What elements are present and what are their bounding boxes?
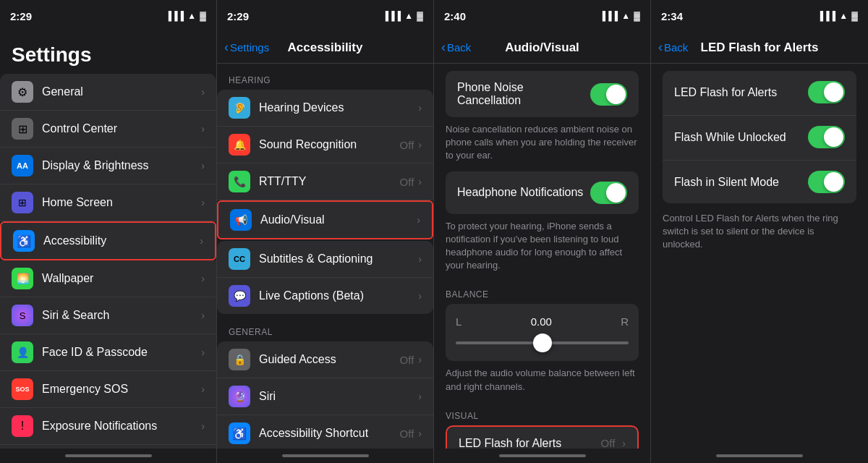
control-center-label: Control Center (42, 122, 201, 135)
home-screen-icon: ⊞ (12, 192, 33, 213)
accessibility-shortcut-row[interactable]: ♿ Accessibility Shortcut Off › (217, 415, 433, 449)
siri-a11y-chevron: › (418, 391, 422, 402)
phone-noise-label: Phone Noise Cancellation (457, 81, 590, 107)
hearing-devices-label: Hearing Devices (259, 101, 418, 114)
settings-row-control-center[interactable]: ⊞ Control Center › (0, 111, 216, 148)
slider-track (456, 341, 629, 344)
exposure-chevron: › (201, 420, 205, 432)
back-button-3[interactable]: ‹ Back (441, 40, 471, 55)
balance-slider[interactable] (456, 332, 629, 354)
rtt-tty-row[interactable]: 📞 RTT/TTY Off › (217, 163, 433, 200)
flash-while-unlocked-toggle[interactable] (808, 126, 845, 148)
display-chevron: › (201, 160, 205, 171)
home-indicator-2 (217, 449, 433, 463)
settings-row-emergency-sos[interactable]: SOS Emergency SOS › (0, 371, 216, 408)
settings-row-wallpaper[interactable]: 🌅 Wallpaper › (0, 260, 216, 297)
general-chevron: › (201, 86, 205, 98)
led-flash-row[interactable]: LED Flash for Alerts Off › (446, 425, 639, 449)
live-captions-chevron: › (418, 290, 422, 302)
back-label-3: Back (447, 41, 471, 54)
emergency-sos-label: Emergency SOS (42, 383, 201, 396)
status-icons-1: ▐▐▐ ▲ ▓ (166, 11, 206, 21)
wifi-icon-4: ▲ (839, 11, 848, 21)
settings-title: Settings (0, 32, 216, 74)
exposure-icon: ! (12, 415, 33, 437)
guided-access-icon: 🔒 (229, 349, 250, 370)
led-flash-desc: Control LED Flash for Alerts when the ri… (651, 205, 868, 259)
status-bar-2: 2:29 ▐▐▐ ▲ ▓ (217, 0, 433, 32)
visual-header: VISUAL (434, 402, 650, 425)
control-center-icon: ⊞ (12, 118, 33, 140)
settings-row-general[interactable]: ⚙ General › (0, 74, 216, 111)
balance-r: R (621, 315, 629, 328)
settings-row-exposure[interactable]: ! Exposure Notifications › (0, 408, 216, 445)
home-bar-3 (499, 454, 586, 457)
settings-row-display[interactable]: AA Display & Brightness › (0, 148, 216, 184)
home-bar-1 (65, 454, 152, 457)
siri-row[interactable]: 🔮 Siri › (217, 378, 433, 415)
flash-in-silent-toggle[interactable] (808, 171, 845, 193)
subtitles-label: Subtitles & Captioning (259, 252, 418, 266)
audio-visual-chevron: › (417, 214, 420, 226)
sound-recognition-label: Sound Recognition (259, 138, 400, 151)
led-flash-main-label: LED Flash for Alerts (674, 86, 777, 99)
subtitles-captioning-row[interactable]: CC Subtitles & Captioning › (217, 241, 433, 278)
nav-title-2: Accessibility (288, 41, 363, 55)
flash-while-unlocked-row[interactable]: Flash While Unlocked (663, 116, 856, 158)
guided-access-row[interactable]: 🔒 Guided Access Off › (217, 341, 433, 378)
settings-row-face-id[interactable]: 👤 Face ID & Passcode › (0, 334, 216, 371)
home-screen-label: Home Screen (42, 196, 201, 209)
phone-noise-row[interactable]: Phone Noise Cancellation (446, 71, 639, 117)
nav-title-4: LED Flash for Alerts (701, 41, 819, 55)
settings-row-accessibility[interactable]: ♿ Accessibility › (0, 221, 216, 260)
battery-icon-4: ▓ (851, 11, 858, 21)
slider-thumb (533, 334, 552, 352)
siri-chevron: › (201, 310, 205, 321)
wallpaper-label: Wallpaper (42, 272, 201, 285)
hearing-devices-chevron: › (418, 102, 422, 114)
audio-visual-row[interactable]: 📢 Audio/Visual › (217, 200, 433, 239)
rtt-tty-chevron: › (418, 176, 422, 187)
headphone-toggle[interactable] (590, 182, 627, 204)
headphone-row[interactable]: Headphone Notifications (446, 171, 639, 214)
settings-row-siri[interactable]: S Siri & Search › (0, 297, 216, 334)
time-2: 2:29 (227, 10, 249, 22)
home-screen-chevron: › (201, 197, 205, 208)
back-arrow-2: ‹ (224, 40, 229, 55)
display-icon: AA (12, 155, 33, 177)
settings-row-home-screen[interactable]: ⊞ Home Screen › (0, 184, 216, 221)
siri-a11y-label: Siri (259, 390, 418, 403)
balance-section: BALANCE L 0.00 R Adjust the audio volume… (434, 281, 650, 402)
led-flash-value: Off (601, 437, 616, 449)
hearing-group: 🦻 Hearing Devices › 🔔 Sound Recognition … (217, 90, 433, 239)
display-label: Display & Brightness (42, 159, 201, 172)
hearing-devices-row[interactable]: 🦻 Hearing Devices › (217, 90, 433, 127)
panel-accessibility: 2:29 ▐▐▐ ▲ ▓ ‹ Settings Accessibility HE… (217, 0, 434, 463)
status-bar-1: 2:29 ▐▐▐ ▲ ▓ (0, 0, 216, 32)
led-flash-main-row[interactable]: LED Flash for Alerts (663, 71, 856, 114)
wifi-icon-3: ▲ (621, 11, 630, 21)
live-captions-row[interactable]: 💬 Live Captions (Beta) › (217, 278, 433, 314)
back-button-4[interactable]: ‹ Back (658, 40, 688, 55)
wallpaper-icon: 🌅 (12, 268, 33, 289)
hearing-devices-icon: 🦻 (229, 97, 250, 119)
led-flash-toggle[interactable] (808, 81, 845, 103)
accessibility-label: Accessibility (43, 234, 200, 247)
phone-noise-toggle[interactable] (590, 83, 627, 106)
battery-icon-3: ▓ (634, 11, 640, 21)
back-button-2[interactable]: ‹ Settings (224, 40, 269, 55)
status-icons-4: ▐▐▐ ▲ ▓ (817, 11, 858, 21)
flash-in-silent-row[interactable]: Flash in Silent Mode (663, 161, 856, 203)
face-id-chevron: › (201, 347, 205, 358)
home-bar-4 (716, 454, 803, 457)
guided-access-chevron: › (418, 354, 422, 365)
balance-display-row: L 0.00 R (456, 311, 629, 332)
panel-audio-visual: 2:40 ▐▐▐ ▲ ▓ ‹ Back Audio/Visual Phone N… (434, 0, 651, 463)
hearing-group2: CC Subtitles & Captioning › 💬 Live Capti… (217, 241, 433, 314)
face-id-icon: 👤 (12, 341, 33, 363)
led-flash-chevron: › (622, 438, 626, 449)
flash-in-silent-label: Flash in Silent Mode (674, 176, 779, 189)
sound-recognition-row[interactable]: 🔔 Sound Recognition Off › (217, 127, 433, 163)
rtt-tty-label: RTT/TTY (259, 175, 400, 188)
battery-icon-2: ▓ (417, 11, 423, 21)
